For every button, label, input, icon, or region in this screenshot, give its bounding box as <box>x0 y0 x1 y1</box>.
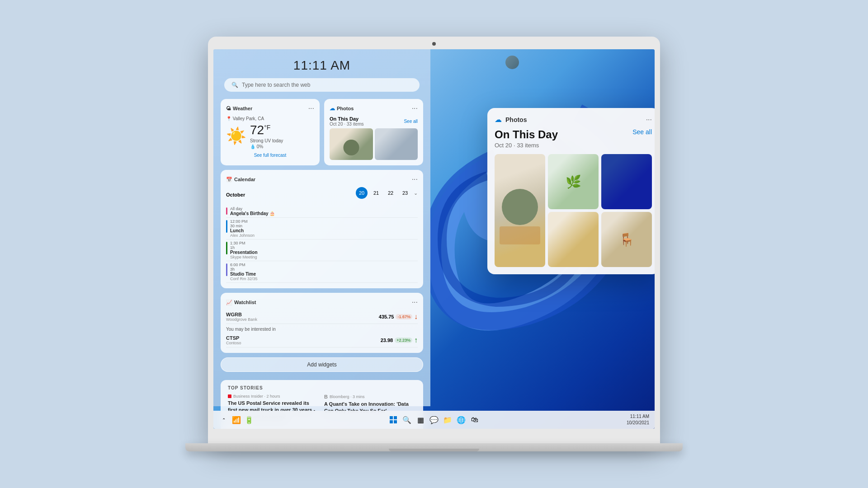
cal-event-studio-time: 6:00 PM3h <box>230 263 258 272</box>
photos-popup-title: Photos <box>505 116 527 123</box>
cal-event-allday: All day <box>230 206 275 211</box>
popup-photo-1[interactable] <box>495 154 545 267</box>
cal-event-bar-pres <box>226 242 227 254</box>
svg-rect-1 <box>394 416 397 419</box>
taskbar-left: ⌃ 📶 🔋 <box>219 415 254 425</box>
photos-grid <box>330 128 418 160</box>
stock-symbol-ctsp: CTSP <box>226 335 241 341</box>
taskbar-date-display: 10/20/2021 <box>627 420 649 426</box>
calendar-header: 📅 Calendar ··· <box>226 175 418 183</box>
watchlist-title: 📈 Watchlist <box>226 300 256 305</box>
photos-see-all-link[interactable]: See all <box>404 119 418 124</box>
photos-section-title: On This Day <box>330 116 364 122</box>
photos-more-button[interactable]: ··· <box>412 104 418 113</box>
taskbar-start-button[interactable] <box>388 415 398 425</box>
popup-photo-2[interactable] <box>548 154 599 209</box>
taskbar-widgets-button[interactable]: ▦ <box>415 415 425 425</box>
cal-event-studio-sub: Conf Rm 32/35 <box>230 277 258 281</box>
search-icon: 🔍 <box>231 82 238 88</box>
weather-forecast-link[interactable]: See full forecast <box>226 153 314 158</box>
news-source-icon-2: B <box>324 394 328 399</box>
popup-photo-4[interactable] <box>548 212 599 267</box>
taskbar-chat-button[interactable]: 💬 <box>429 415 439 425</box>
weather-condition: Strong UV today <box>250 138 283 143</box>
stock-change-wgrb: -1.67% <box>396 314 412 319</box>
watchlist-widget: 📈 Watchlist ··· WGRB Woodgrove Bank <box>221 293 423 353</box>
widget-clock: 11:11 AM <box>213 49 430 78</box>
stock-change-ctsp: +2.23% <box>395 338 412 343</box>
popup-photo-3[interactable] <box>601 154 652 209</box>
add-widgets-button[interactable]: Add widgets <box>221 357 423 372</box>
watchlist-suggestion: You may be interested in <box>226 327 418 332</box>
search-placeholder: Type here to search the web <box>242 82 310 88</box>
taskbar-center: 🔍 ▦ 💬 📁 🌐 🛍 <box>388 415 480 425</box>
taskbar-chevron-icon[interactable]: ⌃ <box>219 415 229 425</box>
camera <box>432 42 436 46</box>
cal-event-pres-title: Presentation <box>230 250 258 255</box>
stock-down-icon: ↓ <box>414 313 418 321</box>
news-source-icon-1 <box>228 394 231 398</box>
weather-more-button[interactable]: ··· <box>308 104 314 113</box>
photos-popup-see-all[interactable]: See all <box>632 128 652 136</box>
cal-event-studio-title: Studio Time <box>230 272 258 277</box>
watchlist-header: 📈 Watchlist ··· <box>226 298 418 306</box>
weather-widget: 🌤 Weather ··· 📍 Valley Park, CA ☀️ <box>221 99 320 165</box>
weather-icon-small: 🌤 <box>226 106 231 111</box>
cal-day-20[interactable]: 20 <box>356 187 368 199</box>
cal-event-pres-time: 1:30 PM1h <box>230 241 258 250</box>
weather-location: 📍 Valley Park, CA <box>226 116 314 121</box>
taskbar-battery-icon[interactable]: 🔋 <box>244 415 254 425</box>
cal-event-presentation: 1:30 PM1h Presentation Skype Meeting <box>226 239 418 261</box>
cal-event-lunch: 12:00 PM30 min Lunch Alex Johnson <box>226 218 418 239</box>
photos-widget: ☁ Photos ··· On This Day Oct 20 · 33 ite… <box>324 99 423 165</box>
watchlist-icon: 📈 <box>226 300 232 305</box>
taskbar-wifi-icon[interactable]: 📶 <box>231 415 241 425</box>
taskbar-clock[interactable]: 11:11 AM 10/20/2021 <box>627 413 649 426</box>
cal-day-23[interactable]: 23 <box>399 187 411 199</box>
photos-popup-more-button[interactable]: ··· <box>646 116 652 124</box>
svg-rect-0 <box>390 416 393 419</box>
calendar-month: October <box>226 192 245 197</box>
taskbar-edge-button[interactable]: 🌐 <box>456 415 466 425</box>
photos-cloud-icon: ☁ <box>330 105 335 112</box>
avatar[interactable] <box>505 56 519 69</box>
taskbar-store-button[interactable]: 🛍 <box>470 415 480 425</box>
cal-event-birthday: All day Angela's Birthday 🎂 <box>226 205 418 218</box>
cal-day-21[interactable]: 21 <box>370 187 382 199</box>
weather-sun-icon: ☀️ <box>226 127 246 145</box>
calendar-month-row: October 20 21 22 23 ⌄ <box>226 187 418 202</box>
taskbar: ⌃ 📶 🔋 🔍 ▦ <box>213 411 655 429</box>
laptop-base <box>185 443 683 451</box>
calendar-days: 20 21 22 23 ⌄ <box>356 187 418 199</box>
svg-rect-2 <box>390 420 393 423</box>
cal-event-bar-studio <box>226 263 227 276</box>
stock-symbol-wgrb: WGRB <box>226 312 257 317</box>
calendar-widget: 📅 Calendar ··· October 20 21 22 23 <box>221 170 423 288</box>
stock-company-wgrb: Woodgrove Bank <box>226 317 257 322</box>
laptop-screen: 11:11 AM 🔍 Type here to search the web 🌤… <box>213 49 655 429</box>
watchlist-more-button[interactable]: ··· <box>412 298 418 306</box>
photos-header: ☁ Photos ··· <box>330 104 418 113</box>
cal-day-22[interactable]: 22 <box>385 187 396 199</box>
cal-event-studio: 6:00 PM3h Studio Time Conf Rm 32/35 <box>226 261 418 283</box>
laptop-shell: 11:11 AM 🔍 Type here to search the web 🌤… <box>208 37 660 443</box>
stock-company-ctsp: Contoso <box>226 341 241 345</box>
news-source-1: Business Insider · 2 hours <box>228 394 320 399</box>
widget-panel: 11:11 AM 🔍 Type here to search the web 🌤… <box>213 49 430 406</box>
taskbar-files-button[interactable]: 📁 <box>443 415 453 425</box>
cal-event-lunch-time: 12:00 PM30 min <box>230 219 255 228</box>
cal-more-icon[interactable]: ⌄ <box>414 190 418 196</box>
photo-thumb-2[interactable] <box>375 128 418 160</box>
photos-popup-header: ☁ Photos ··· <box>495 115 652 124</box>
photo-thumb-1[interactable] <box>330 128 373 160</box>
popup-photo-5[interactable] <box>601 212 652 267</box>
stock-row-ctsp: CTSP Contoso 23.98 +2.23% ↑ <box>226 333 418 347</box>
stock-up-icon: ↑ <box>414 336 418 344</box>
search-bar[interactable]: 🔍 Type here to search the web <box>224 78 420 92</box>
calendar-more-button[interactable]: ··· <box>412 175 418 183</box>
taskbar-search-button[interactable]: 🔍 <box>402 415 412 425</box>
cal-event-birthday-title: Angela's Birthday 🎂 <box>230 211 275 216</box>
weather-temp: 72°F <box>250 123 283 137</box>
weather-precipitation: 💧 0% <box>250 144 283 149</box>
photos-popup-card: ☁ Photos ··· On This Day Oct 20 · 33 ite… <box>487 108 655 274</box>
